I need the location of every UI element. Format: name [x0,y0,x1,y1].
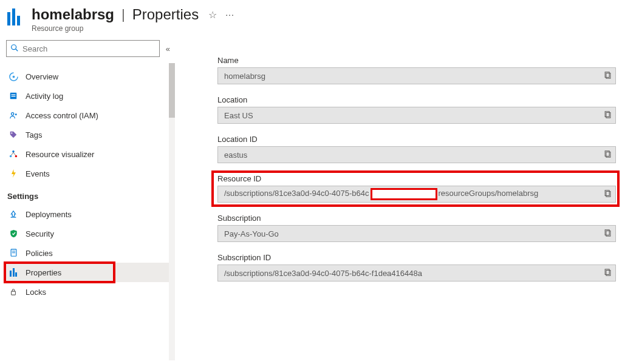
svg-rect-17 [12,252,15,253]
sidebar-item-label: Activity log [26,92,63,101]
page-title: Properties [132,6,199,23]
field-value: eastus [224,150,604,160]
svg-rect-16 [12,251,15,252]
svg-point-10 [10,155,12,158]
deployments-icon [9,209,18,219]
access-control-icon [9,110,18,120]
more-actions-icon[interactable]: ··· [225,10,234,19]
sidebar-item-security[interactable]: Security [6,224,175,243]
tags-icon [9,130,18,140]
svg-point-8 [11,132,12,133]
svg-point-7 [15,113,16,115]
field-value-box: /subscriptions/81ce3a0d-94c0-4075-b64c-f… [217,265,616,281]
sidebar-item-label: Locks [26,288,46,297]
copy-icon[interactable] [604,268,612,278]
sidebar-item-tags[interactable]: Tags [6,125,175,144]
sidebar-item-events[interactable]: Events [6,164,175,183]
resource-type-label: Resource group [32,24,234,33]
resource-group-icon [7,8,24,25]
field-subscription: Subscription Pay-As-You-Go [217,214,616,242]
events-icon [9,169,18,178]
svg-point-6 [11,112,13,115]
sidebar-scrollbar-thumb[interactable] [169,63,175,118]
sidebar-item-deployments[interactable]: Deployments [6,204,175,224]
sidebar-item-label: Events [26,169,50,178]
field-location-id: Location ID eastus [217,135,616,163]
svg-line-13 [13,152,16,155]
sidebar-section-settings: Settings [6,183,175,204]
title-separator: | [121,7,125,22]
sidebar-item-resource-visualizer[interactable]: Resource visualizer [6,144,175,164]
copy-icon[interactable] [604,71,612,81]
field-label: Subscription ID [217,253,616,262]
sidebar: « Overview Activity log Access control (… [0,39,175,360]
svg-rect-5 [12,96,16,96]
header-text-block: homelabrsg | Properties ☆ ··· Resource g… [32,6,234,33]
sidebar-item-label: Tags [26,130,42,140]
redacted-segment [371,188,437,200]
svg-point-11 [15,155,18,158]
field-value-box: eastus [217,146,616,163]
sidebar-item-overview[interactable]: Overview [6,67,175,86]
svg-line-12 [12,152,14,155]
field-value-box: homelabrsg [217,67,616,84]
field-resource-id: Resource ID /subscriptions/81ce3a0d-94c0… [217,174,616,203]
sidebar-item-activity-log[interactable]: Activity log [6,86,175,106]
collapse-sidebar-icon[interactable]: « [166,44,170,53]
properties-icon [9,268,18,277]
overview-icon [9,72,18,81]
sidebar-item-label: Overview [26,72,58,81]
favorite-star-icon[interactable]: ☆ [208,9,217,21]
field-value-box: Pay-As-You-Go [217,225,616,242]
field-value: East US [224,111,604,120]
activity-log-icon [9,91,18,101]
field-label: Resource ID [217,174,616,183]
policies-icon [9,248,18,258]
svg-point-0 [12,44,16,49]
field-label: Location ID [217,135,616,144]
sidebar-item-label: Resource visualizer [26,150,94,159]
search-input[interactable] [22,44,156,53]
field-value: homelabrsg [224,72,604,81]
resource-name: homelabrsg [32,6,114,23]
field-value: /subscriptions/81ce3a0d-94c0-4075-b64cre… [224,188,604,200]
svg-point-9 [12,150,15,153]
field-subscription-id: Subscription ID /subscriptions/81ce3a0d-… [217,253,616,281]
field-label: Location [217,95,616,104]
field-value: Pay-As-You-Go [224,229,604,238]
field-value-box: /subscriptions/81ce3a0d-94c0-4075-b64cre… [217,186,616,203]
field-name: Name homelabrsg [217,56,616,84]
resource-visualizer-icon [9,149,18,159]
copy-icon[interactable] [604,150,612,160]
search-icon [10,44,19,54]
sidebar-item-label: Properties [26,268,61,277]
svg-rect-4 [12,94,16,95]
svg-rect-18 [12,291,16,295]
properties-panel: Name homelabrsg Location East US Locatio… [175,39,622,360]
search-box[interactable] [6,40,160,57]
sidebar-item-label: Policies [26,249,53,258]
copy-icon[interactable] [604,110,612,121]
field-label: Subscription [217,214,616,223]
field-label: Name [217,56,616,65]
page-header: homelabrsg | Properties ☆ ··· Resource g… [0,0,622,39]
sidebar-item-properties[interactable]: Properties [6,263,175,282]
sidebar-item-label: Security [26,229,54,238]
field-value: /subscriptions/81ce3a0d-94c0-4075-b64c-f… [224,269,604,278]
copy-icon[interactable] [604,189,612,200]
sidebar-item-policies[interactable]: Policies [6,243,175,263]
sidebar-item-access-control[interactable]: Access control (IAM) [6,106,175,125]
svg-point-2 [12,75,15,78]
sidebar-item-label: Access control (IAM) [26,111,98,120]
field-value-box: East US [217,107,616,124]
locks-icon [9,287,18,297]
sidebar-item-locks[interactable]: Locks [6,282,175,302]
copy-icon[interactable] [604,229,612,239]
sidebar-nav: Overview Activity log Access control (IA… [6,67,175,302]
security-icon [9,229,18,238]
field-location: Location East US [217,95,616,124]
sidebar-item-label: Deployments [26,210,72,219]
svg-line-1 [16,49,18,51]
